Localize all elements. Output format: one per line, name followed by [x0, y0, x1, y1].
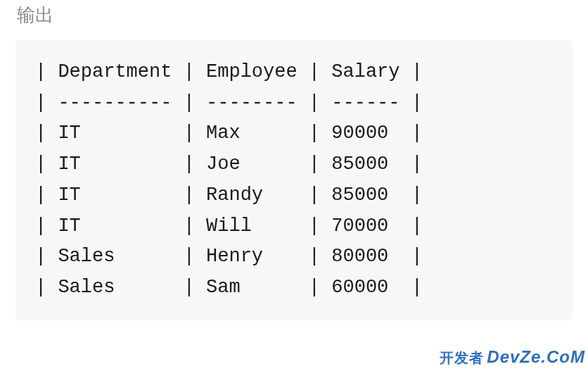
output-code-block: | Department | Employee | Salary | | ---…	[15, 40, 573, 320]
watermark-brand-text: DevZe.CoM	[487, 347, 585, 366]
table-row: | IT | Will | 70000 |	[35, 215, 423, 237]
table-row: | Sales | Henry | 80000 |	[35, 246, 423, 267]
table-separator-row: | ---------- | -------- | ------ |	[35, 92, 423, 113]
table-row: | IT | Joe | 85000 |	[35, 154, 423, 175]
watermark-cn-text: 开发者	[440, 350, 484, 365]
table-row: | IT | Max | 90000 |	[35, 123, 423, 144]
table-header-row: | Department | Employee | Salary |	[35, 61, 423, 82]
table-row: | Sales | Sam | 60000 |	[35, 277, 423, 298]
section-heading: 输出	[0, 0, 588, 27]
watermark-logo: 开发者DevZe.CoM	[440, 347, 585, 368]
table-row: | IT | Randy | 85000 |	[35, 184, 423, 206]
